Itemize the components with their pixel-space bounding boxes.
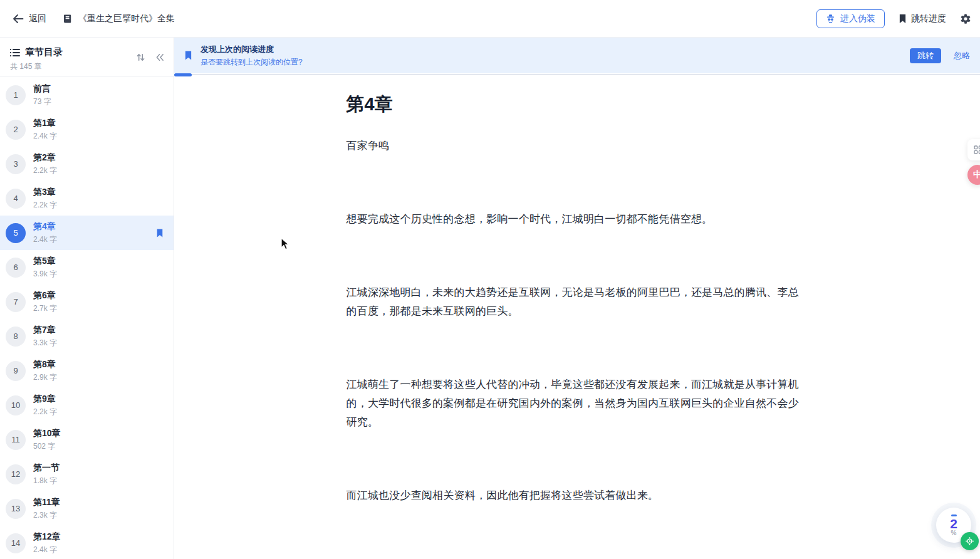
chapter-title: 前言 (33, 83, 51, 95)
paragraph: 百家争鸣 (347, 137, 808, 155)
chapter-number-badge: 11 (6, 430, 26, 450)
reading-progress-bar (174, 73, 980, 76)
chapter-list-item[interactable]: 8 第7章 3.3k 字 (0, 319, 174, 353)
sidebar-header: 章节目录 共 145 章 (0, 38, 174, 77)
jump-button[interactable]: 跳转 (910, 48, 941, 63)
chapter-title: 第12章 (33, 531, 61, 543)
grid-icon (974, 145, 980, 154)
chapter-info: 第6章 2.7k 字 (33, 290, 57, 314)
sidebar-title: 章节目录 (25, 46, 63, 58)
chapter-list-item[interactable]: 5 第4章 2.4k 字 (0, 216, 174, 250)
disguise-spy-icon (826, 14, 835, 23)
translate-badge-label: 中 (973, 169, 980, 180)
apps-grid-widget[interactable] (967, 139, 980, 160)
top-bar-right: 进入伪装 跳转进度 (816, 9, 971, 28)
progress-percent-value: 2 (950, 517, 957, 530)
back-arrow-icon (13, 14, 24, 24)
paragraph: 江城深深地明白，未来的大趋势还是互联网，无论是马老板的阿里巴巴，还是马总的腾讯、… (347, 283, 808, 321)
progress-thumb[interactable] (174, 73, 192, 76)
chapter-list-item[interactable]: 3 第2章 2.2k 字 (0, 147, 174, 181)
notification-texts: 发现上次的阅读进度 是否要跳转到上次阅读的位置? (201, 44, 303, 68)
chapter-number-badge: 6 (6, 258, 26, 278)
locate-button[interactable] (961, 532, 979, 550)
chapter-title: 第3章 (33, 187, 57, 198)
chapter-list-item[interactable]: 10 第9章 2.2k 字 (0, 388, 174, 422)
collapse-sidebar-icon[interactable] (155, 53, 165, 61)
chapter-title: 第6章 (33, 290, 57, 301)
ignore-button[interactable]: 忽略 (954, 50, 970, 61)
paragraph: 江城萌生了一种想要将这些人代替的冲动，毕竟这些都还没有发展起来，而江城就是从事计… (347, 375, 808, 432)
chapter-word-count: 2.4k 字 (33, 234, 57, 245)
jump-progress-button[interactable]: 跳转进度 (899, 13, 946, 24)
chapter-info: 第4章 2.4k 字 (33, 221, 57, 245)
back-label: 返回 (29, 13, 46, 24)
chapter-list-item[interactable]: 9 第8章 2.9k 字 (0, 353, 174, 388)
chapter-list-item[interactable]: 4 第3章 2.2k 字 (0, 181, 174, 216)
paragraph: 想要完成这个历史性的念想，影响一个时代，江城明白一切都不能凭借空想。 (347, 210, 808, 229)
chapter-sidebar: 章节目录 共 145 章 1 前言 73 字 2 (0, 38, 174, 559)
reader-app: 返回 《重生之巨擘时代》全集 进入伪装 跳转进度 (0, 0, 980, 559)
progress-percent-unit: % (951, 530, 957, 536)
chapter-word-count: 73 字 (33, 97, 51, 107)
book-title-group: 《重生之巨擘时代》全集 (63, 13, 175, 24)
chapter-title: 第5章 (33, 256, 57, 267)
chapter-title: 第2章 (33, 152, 57, 164)
chapter-info: 前言 73 字 (33, 83, 51, 107)
chapter-number-badge: 4 (6, 189, 26, 209)
chapter-info: 第10章 502 字 (33, 428, 61, 452)
chapter-word-count: 2.2k 字 (33, 200, 57, 211)
chapter-list-item[interactable]: 13 第11章 2.3k 字 (0, 491, 174, 526)
chapter-title: 第一节 (33, 462, 60, 474)
chapter-word-count: 3.9k 字 (33, 269, 57, 280)
paragraph: 而江城也没少查阅相关资料，因此他有把握将这些尝试着做出来。 (347, 486, 808, 505)
book-title: 《重生之巨擘时代》全集 (78, 13, 175, 24)
top-bar-left: 返回 《重生之巨擘时代》全集 (13, 13, 175, 24)
chapter-word-count: 1.8k 字 (33, 476, 60, 486)
chapter-number-badge: 3 (6, 154, 26, 174)
notification-title: 发现上次的阅读进度 (201, 44, 303, 55)
chapter-info: 第9章 2.2k 字 (33, 394, 57, 417)
chapter-title: 第1章 (33, 118, 57, 129)
chapter-word-count: 502 字 (33, 441, 61, 452)
chapter-list-item[interactable]: 6 第5章 3.9k 字 (0, 250, 174, 285)
chapter-number-badge: 1 (6, 85, 26, 105)
enter-disguise-label: 进入伪装 (840, 13, 875, 24)
chapter-number-badge: 2 (6, 120, 26, 140)
chapter-word-count: 2.3k 字 (33, 510, 60, 521)
sidebar-tools (136, 53, 165, 62)
settings-gear-icon[interactable] (960, 13, 971, 24)
chapter-word-count: 2.2k 字 (33, 165, 57, 176)
chapter-info: 第8章 2.9k 字 (33, 359, 57, 383)
enter-disguise-button[interactable]: 进入伪装 (816, 9, 885, 28)
notification-subtitle: 是否要跳转到上次阅读的位置? (201, 57, 303, 68)
chapter-info: 第2章 2.2k 字 (33, 152, 57, 176)
chapter-list-item[interactable]: 14 第12章 2.4k 字 (0, 526, 174, 559)
reading-progress-notification: 发现上次的阅读进度 是否要跳转到上次阅读的位置? 跳转 忽略 (174, 38, 980, 73)
sort-order-icon[interactable] (136, 53, 145, 62)
chapter-title: 第4章 (33, 221, 57, 232)
chapter-number-badge: 5 (6, 223, 26, 243)
chapter-info: 第12章 2.4k 字 (33, 531, 61, 555)
chapter-number-badge: 10 (6, 395, 26, 415)
chapter-paragraphs: 百家争鸣想要完成这个历史性的念想，影响一个时代，江城明白一切都不能凭借空想。江城… (347, 137, 808, 505)
chapter-number-badge: 14 (6, 533, 26, 553)
notification-bookmark-icon (184, 50, 192, 61)
chapter-word-count: 3.3k 字 (33, 338, 57, 348)
chapter-heading: 第4章 (347, 94, 808, 114)
chapter-word-count: 2.7k 字 (33, 303, 57, 314)
chapter-list-item[interactable]: 11 第10章 502 字 (0, 422, 174, 457)
chapter-info: 第7章 3.3k 字 (33, 325, 57, 348)
chapter-bookmark-icon (156, 228, 164, 238)
chapter-title: 第10章 (33, 428, 61, 439)
chapter-title: 第7章 (33, 325, 57, 336)
chapter-list-item[interactable]: 7 第6章 2.7k 字 (0, 285, 174, 319)
chapter-list-item[interactable]: 2 第1章 2.4k 字 (0, 112, 174, 147)
chapter-list: 1 前言 73 字 2 第1章 2.4k 字 3 第2章 2.2k 字 (0, 78, 174, 559)
chapter-word-count: 2.4k 字 (33, 131, 57, 142)
back-button[interactable]: 返回 (13, 13, 46, 24)
chapter-list-item[interactable]: 1 前言 73 字 (0, 78, 174, 112)
chapter-info: 第一节 1.8k 字 (33, 462, 60, 486)
list-icon (10, 48, 20, 57)
chapter-list-item[interactable]: 12 第一节 1.8k 字 (0, 457, 174, 491)
notification-actions: 跳转 忽略 (910, 48, 970, 63)
